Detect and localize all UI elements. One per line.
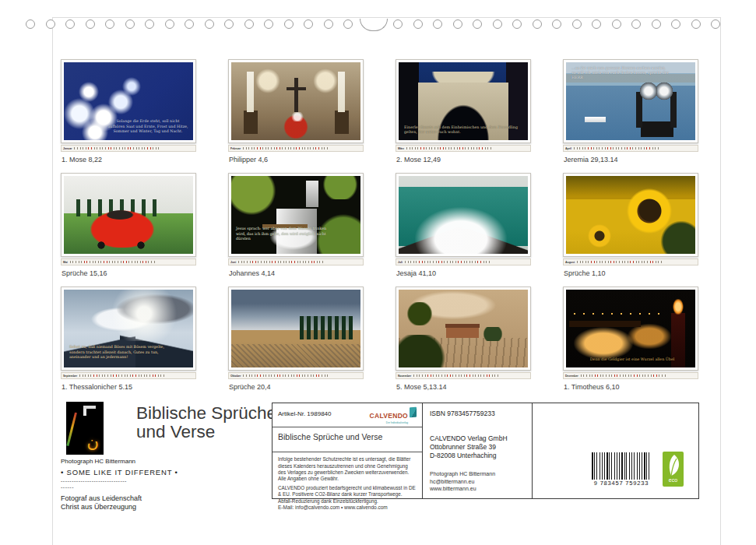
day-tick xyxy=(246,374,247,377)
binding-hole xyxy=(433,19,442,29)
day-tick xyxy=(593,147,594,149)
mini-calendar-month: September xyxy=(63,374,77,378)
day-tick xyxy=(276,147,277,149)
day-tick xyxy=(277,374,278,377)
thumbnail-caption: Philipper 4,6 xyxy=(229,156,364,164)
calvendo-logo-text: CALVENDO xyxy=(370,412,408,420)
day-tick xyxy=(475,374,476,377)
day-tick xyxy=(480,261,481,263)
mini-calendar-days xyxy=(406,147,491,149)
day-tick xyxy=(148,261,149,263)
mini-calendar-days xyxy=(243,147,328,149)
verse-overlay: Sehet zu, daß niemand Böses mit Bösem ve… xyxy=(69,345,169,360)
binding-hole xyxy=(284,19,294,29)
day-tick xyxy=(327,374,328,377)
day-tick xyxy=(149,374,150,377)
legal-paragraph: Infolge bestehender Schutzrechte ist es … xyxy=(278,456,417,482)
article-number: Artikel-Nr. 1989840 xyxy=(278,407,331,417)
day-tick xyxy=(461,374,462,377)
barcode-digits: 9 783457 759233 xyxy=(592,480,651,487)
day-tick xyxy=(624,261,625,263)
thumbnail-caption: 1. Thessalonicher 5.15 xyxy=(62,383,196,391)
day-tick xyxy=(111,374,111,377)
thumbnail-frame: Jesus sprach: wer aber von dem Wasser tr… xyxy=(228,173,364,257)
day-tick xyxy=(581,374,582,377)
mini-calendar-month: Juni xyxy=(230,261,236,264)
day-tick xyxy=(642,261,642,263)
day-tick xyxy=(619,261,620,263)
day-tick xyxy=(130,374,131,377)
day-tick xyxy=(658,147,659,149)
day-tick xyxy=(650,261,651,263)
day-tick xyxy=(283,374,283,377)
day-tick xyxy=(311,261,312,263)
day-tick xyxy=(243,147,244,149)
photo-red-car-tuscany xyxy=(64,176,193,254)
day-tick xyxy=(665,374,666,377)
day-tick xyxy=(624,147,625,149)
mini-calendar-month: März xyxy=(398,147,404,150)
day-tick xyxy=(589,374,590,377)
binding-hole xyxy=(65,19,75,29)
day-tick xyxy=(645,374,645,377)
mini-calendar-days xyxy=(413,374,498,377)
photographer-contact: Photograph HC Bittermann hc@bittermann.e… xyxy=(430,470,525,492)
day-tick xyxy=(648,374,649,377)
day-tick xyxy=(487,147,488,149)
day-tick xyxy=(265,374,266,377)
day-tick xyxy=(473,147,474,149)
thumbnail-frame xyxy=(396,287,531,371)
day-tick xyxy=(140,261,141,263)
nun-glyph: ن xyxy=(87,433,99,452)
address-line: Ottobrunner Straße 39 xyxy=(430,443,525,452)
day-tick xyxy=(294,147,294,149)
mini-calendar-month: November xyxy=(398,374,411,378)
day-tick xyxy=(133,147,134,149)
day-tick xyxy=(107,261,107,263)
day-tick xyxy=(602,147,603,149)
day-tick xyxy=(473,374,473,377)
day-tick xyxy=(429,147,430,149)
day-tick xyxy=(610,261,611,263)
thumbnail-caption: Sprüche 20,4 xyxy=(229,383,364,391)
day-tick xyxy=(588,261,589,263)
day-tick xyxy=(90,261,90,263)
day-tick xyxy=(272,261,273,263)
day-tick xyxy=(458,261,459,263)
day-tick xyxy=(280,374,280,377)
day-tick xyxy=(644,147,645,149)
day-tick xyxy=(482,147,483,149)
day-tick xyxy=(128,261,129,263)
thumbnail-caption: Sprüche 15,16 xyxy=(62,269,196,277)
day-tick xyxy=(471,147,472,149)
day-tick xyxy=(630,147,631,149)
verse-overlay: Solange die Erde steht, soll nicht aufhö… xyxy=(107,119,188,134)
day-tick xyxy=(580,261,581,263)
day-tick xyxy=(455,374,456,377)
ean-barcode: 9 783457 759233 xyxy=(592,452,651,487)
day-tick xyxy=(483,374,484,377)
day-tick xyxy=(93,261,93,263)
day-tick xyxy=(433,374,434,377)
day-tick xyxy=(586,374,587,377)
mini-calendar-days xyxy=(243,374,328,377)
day-tick xyxy=(274,374,275,377)
thumbnail-frame xyxy=(61,173,196,257)
day-tick xyxy=(316,374,317,377)
day-tick xyxy=(112,261,113,263)
day-tick xyxy=(592,374,592,377)
thumbnail-frame: Sehet zu, daß niemand Böses mit Bösem ve… xyxy=(61,287,196,371)
day-tick xyxy=(614,374,615,377)
mini-calendar-strip: September xyxy=(61,372,196,379)
mini-calendar-strip: November xyxy=(396,372,531,379)
day-tick xyxy=(610,147,611,149)
day-tick xyxy=(291,374,292,377)
day-tick xyxy=(264,261,265,263)
day-tick xyxy=(308,147,308,149)
day-tick xyxy=(642,374,643,377)
day-tick xyxy=(257,374,258,377)
day-tick xyxy=(491,147,491,149)
day-tick xyxy=(322,374,322,377)
calendar-back-page: Solange die Erde steht, soll nicht aufhö… xyxy=(0,0,756,545)
day-tick xyxy=(155,374,156,377)
